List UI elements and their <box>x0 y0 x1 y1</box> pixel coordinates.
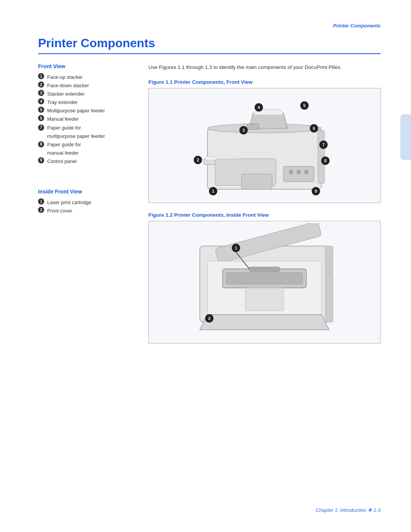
list-item: 1 Face-up stacker <box>38 73 137 81</box>
svg-rect-12 <box>318 130 325 184</box>
content-layout: Front View 1 Face-up stacker 2 Face-down… <box>38 63 381 353</box>
svg-text:2: 2 <box>197 158 199 162</box>
footer-text: Chapter 1: Introduction ❖ 1-3 <box>316 507 381 513</box>
inside-front-view-heading: Inside Front View <box>38 189 137 195</box>
svg-text:1: 1 <box>212 189 214 193</box>
footer: Chapter 1: Introduction ❖ 1-3 <box>0 507 411 513</box>
item-num: 1 <box>38 73 44 79</box>
svg-rect-11 <box>247 124 259 129</box>
svg-marker-38 <box>200 315 329 330</box>
svg-text:9: 9 <box>315 189 317 193</box>
item-label: Face-down stacker <box>47 81 89 90</box>
header-chapter-title: Printer Components <box>333 23 381 29</box>
side-tab <box>400 114 411 160</box>
item-num: 3 <box>38 90 44 96</box>
figure2-image: 1 2 <box>149 221 380 343</box>
svg-rect-43 <box>245 288 284 311</box>
printer-inside-svg: 1 2 <box>177 223 352 341</box>
svg-rect-36 <box>226 273 303 284</box>
svg-text:7: 7 <box>322 142 325 147</box>
item-label: Front cover <box>47 207 72 215</box>
list-item: 3 Stacker extender <box>38 90 137 98</box>
inside-front-view-section: Inside Front View 1 Laser print cartridg… <box>38 189 137 215</box>
figure2-container: 1 2 <box>148 221 381 343</box>
item-label: Face-up stacker <box>47 73 83 81</box>
svg-point-9 <box>304 170 308 174</box>
figure2-section: Figure 1.2 Printer Components, Inside Fr… <box>148 212 381 343</box>
item-num: 4 <box>38 98 44 104</box>
svg-rect-37 <box>249 267 280 272</box>
item-label: Paper guide formultipurpose paper feeder <box>47 124 105 141</box>
svg-point-8 <box>297 170 301 174</box>
list-item: 4 Tray extender <box>38 98 137 107</box>
front-view-section: Front View 1 Face-up stacker 2 Face-down… <box>38 63 137 166</box>
front-view-list: 1 Face-up stacker 2 Face-down stacker 3 … <box>38 73 137 166</box>
item-label: Manual feeder <box>47 115 79 123</box>
item-num: 1 <box>38 198 44 204</box>
item-label: Control panel <box>47 157 76 166</box>
item-num: 6 <box>38 115 44 121</box>
figure1-title: Figure 1.1 Printer Components, Front Vie… <box>148 79 381 85</box>
item-label: Tray extender <box>47 98 78 107</box>
item-label: Paper guide formanual feeder <box>47 141 81 157</box>
svg-text:3: 3 <box>242 128 245 133</box>
svg-text:8: 8 <box>324 158 327 163</box>
svg-text:6: 6 <box>313 126 315 131</box>
svg-text:2: 2 <box>208 316 210 321</box>
inside-front-view-list: 1 Laser print cartridge 2 Front cover <box>38 198 137 215</box>
list-item: 7 Paper guide formultipurpose paper feed… <box>38 124 137 141</box>
list-item: 8 Paper guide formanual feeder <box>38 141 137 157</box>
item-num: 7 <box>38 125 44 131</box>
header: Printer Components <box>38 23 381 29</box>
list-item: 6 Manual feeder <box>38 115 137 123</box>
figure1-image: 1 2 3 4 5 <box>149 88 380 203</box>
item-num: 2 <box>38 207 44 213</box>
figure1-section: Figure 1.1 Printer Components, Front Vie… <box>148 79 381 203</box>
svg-marker-13 <box>242 174 272 189</box>
item-num: 8 <box>38 141 44 147</box>
svg-rect-39 <box>325 246 333 322</box>
item-num: 5 <box>38 107 44 113</box>
intro-text: Use Figures 1.1 through 1.3 to identify … <box>148 63 381 72</box>
right-column: Use Figures 1.1 through 1.3 to identify … <box>148 63 381 353</box>
list-item: 2 Front cover <box>38 207 137 215</box>
item-label: Stacker extender <box>47 90 84 98</box>
svg-text:1: 1 <box>235 246 237 250</box>
item-label: Laser print cartridge <box>47 198 91 207</box>
left-column: Front View 1 Face-up stacker 2 Face-down… <box>38 63 137 353</box>
list-item: 2 Face-down stacker <box>38 81 137 90</box>
list-item: 1 Laser print cartridge <box>38 198 137 207</box>
item-num: 9 <box>38 157 44 163</box>
list-item: 5 Multipurpose paper feeder <box>38 107 137 115</box>
item-num: 2 <box>38 81 44 88</box>
svg-point-7 <box>289 170 293 174</box>
printer-front-view-svg: 1 2 3 4 5 <box>177 90 352 201</box>
svg-text:4: 4 <box>258 105 260 110</box>
figure1-container: 1 2 3 4 5 <box>148 88 381 203</box>
item-label: Multipurpose paper feeder <box>47 107 105 115</box>
figure2-title: Figure 1.2 Printer Components, Inside Fr… <box>148 212 381 218</box>
page-title: Printer Components <box>38 36 381 54</box>
svg-text:5: 5 <box>303 103 306 108</box>
front-view-heading: Front View <box>38 63 137 69</box>
page: Printer Components Printer Components Fr… <box>0 0 411 532</box>
list-item: 9 Control panel <box>38 157 137 166</box>
